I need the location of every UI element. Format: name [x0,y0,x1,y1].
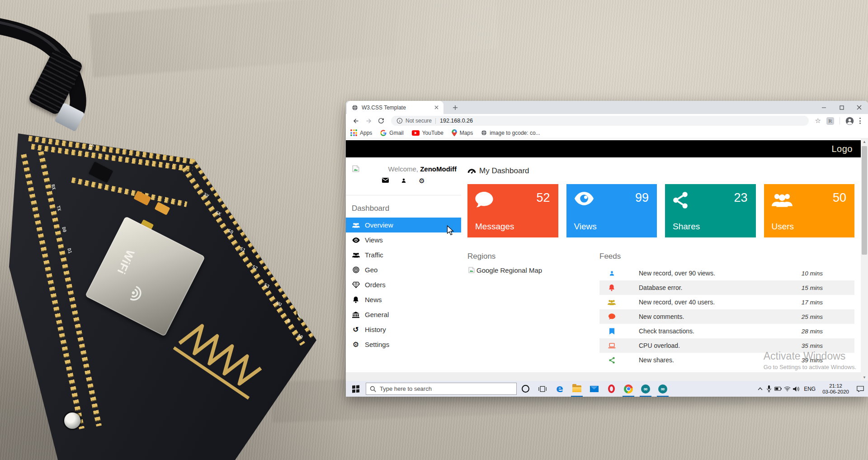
opera-icon[interactable] [603,381,620,397]
microphone-icon[interactable] [764,381,774,397]
card-shares[interactable]: 23 Shares [665,184,756,237]
apps-grid-icon [350,129,357,136]
scrollbar-thumb[interactable] [862,146,867,255]
sidebar-item-label: History [365,326,386,333]
card-views[interactable]: 99 Views [566,184,657,237]
speaker-icon[interactable] [792,381,801,397]
feed-time: 39 mins [802,357,823,364]
chip [89,161,113,183]
bookmark-gcode[interactable]: image to gcode: co... [481,130,540,136]
new-tab-button[interactable] [451,103,460,112]
profile-avatar[interactable] [845,117,854,125]
feed-row[interactable]: Database error. 15 mins [599,280,854,295]
sidebar-item-views[interactable]: Views [346,232,461,247]
chrome-icon[interactable] [620,381,637,397]
close-button[interactable] [850,101,868,114]
feeds-table: New record, over 90 views. 10 mins Datab… [599,266,854,367]
edge-icon[interactable]: e [551,381,568,397]
forward-icon[interactable] [363,115,374,126]
sidebar-item-settings[interactable]: ⚙ Settings [346,337,461,352]
sidebar-item-label: Overview [365,221,393,229]
site-logo[interactable]: Logo [832,144,853,154]
bookmark-label: Gmail [389,130,403,136]
file-explorer-icon[interactable] [568,381,585,397]
capacitor [155,202,170,215]
card-value: 23 [734,191,747,205]
sidebar-item-label: Settings [365,341,389,348]
bookmark-gmail[interactable]: Gmail [380,130,403,136]
card-label: Messages [475,222,514,232]
sidebar-item-traffic[interactable]: Traffic [346,247,461,262]
task-view-icon[interactable] [534,381,551,397]
sidebar-item-orders[interactable]: Orders [346,277,461,292]
start-button[interactable] [346,381,366,397]
minimize-button[interactable] [815,101,833,114]
security-label[interactable]: Not secure [406,118,432,124]
share-icon [607,357,616,364]
maximize-button[interactable] [833,101,850,114]
sidebar-item-news[interactable]: News [346,292,461,307]
sidebar-item-geo[interactable]: Geo [346,262,461,277]
user-icon[interactable] [401,178,406,184]
clock[interactable]: 21:12 03-06-2020 [819,383,853,395]
arduino-icon[interactable]: ∞ [637,381,654,397]
info-icon[interactable] [396,118,403,124]
welcome-row: Welcome, ZenoModiff [346,157,461,173]
card-label: Views [574,222,597,232]
card-users[interactable]: 50 Users [764,184,855,237]
bookmark-icon [607,328,616,335]
broken-image-icon [467,266,476,274]
feed-row[interactable]: New record, over 90 views. 10 mins [599,266,854,280]
envelope-icon[interactable] [382,178,389,183]
tab-close-icon[interactable] [433,104,440,111]
page-title: My Dashboard [467,166,854,175]
battery-icon[interactable] [774,381,783,397]
taskbar-search[interactable] [366,383,517,395]
tab-title: W3.CSS Template [362,104,433,111]
scroll-down-icon[interactable]: ▼ [861,374,868,381]
language-indicator[interactable]: ENG [801,386,819,392]
toolbar-separator [840,117,840,124]
history-icon: ↺ [352,325,360,334]
welcome-text: Welcome, ZenoModiff [388,165,457,173]
bookmark-maps[interactable]: Maps [452,129,473,136]
sidebar-item-label: Views [365,236,383,244]
feed-time: 28 mins [802,328,823,335]
sidebar-item-overview[interactable]: Overview [346,218,461,232]
extension-icon[interactable]: R [826,117,834,125]
bookmark-apps[interactable]: Apps [350,129,372,136]
broken-map-image: Google Regional Map [467,266,593,274]
arduino-icon[interactable]: ∞ [654,381,671,397]
regions-section: Regions Google Regional Map [467,252,593,367]
sidebar-item-history[interactable]: ↺ History [346,322,461,337]
url-text[interactable]: 192.168.0.26 [440,118,473,124]
feed-text: CPU overload. [639,342,802,349]
sidebar-item-general[interactable]: General [346,307,461,322]
feed-row[interactable]: New record, over 40 users. 17 mins [599,295,854,309]
bookmark-star-icon[interactable]: ☆ [815,117,821,125]
browser-menu-icon[interactable] [859,118,861,124]
bookmark-youtube[interactable]: YouTube [412,130,443,136]
mail-icon[interactable] [585,381,603,397]
tray-chevron-icon[interactable] [755,381,764,397]
feed-row[interactable]: New shares. 39 mins [599,353,854,367]
feed-row[interactable]: CPU overload. 35 mins [599,338,854,353]
scroll-up-icon[interactable]: ▲ [861,138,868,145]
wifi-icon[interactable] [783,381,792,397]
gear-icon[interactable]: ⚙ [419,178,425,185]
feed-row[interactable]: Check transactions. 28 mins [599,324,854,338]
browser-tab[interactable]: W3.CSS Template [347,101,443,114]
address-bar[interactable]: Not secure 192.168.0.26 [391,116,809,126]
back-icon[interactable] [350,115,361,126]
card-messages[interactable]: 52 Messages [467,184,558,237]
action-center-icon[interactable] [853,381,868,397]
search-input[interactable] [380,385,497,392]
cortana-icon[interactable] [517,381,534,397]
system-tray: ENG 21:12 03-06-2020 [755,381,868,397]
windows-logo-icon [352,385,359,392]
feed-row[interactable]: New comments. 25 mins [599,309,854,324]
refresh-icon[interactable] [376,115,387,126]
eye-icon [574,192,594,207]
page-scrollbar[interactable]: ▲ ▼ [861,138,868,381]
tachometer-icon [467,168,476,174]
